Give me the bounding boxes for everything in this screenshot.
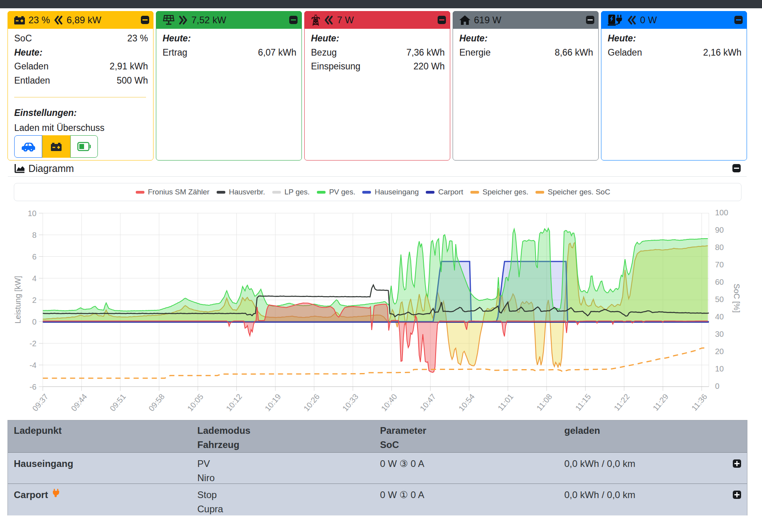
- svg-text:10:54: 10:54: [457, 392, 476, 413]
- svg-text:10:19: 10:19: [263, 392, 283, 413]
- svg-text:80: 80: [715, 243, 724, 252]
- svg-text:30: 30: [715, 330, 724, 338]
- svg-text:0: 0: [715, 382, 719, 390]
- svg-text:2: 2: [32, 296, 36, 304]
- svg-text:10:26: 10:26: [302, 392, 321, 413]
- svg-text:-2: -2: [30, 339, 37, 348]
- svg-text:11:36: 11:36: [690, 392, 709, 412]
- svg-text:8: 8: [32, 231, 36, 239]
- svg-text:4: 4: [32, 274, 36, 283]
- svg-text:0: 0: [32, 317, 36, 326]
- svg-text:Leistung [kW]: Leistung [kW]: [13, 276, 22, 323]
- svg-text:SoC [%]: SoC [%]: [732, 284, 741, 312]
- svg-text:50: 50: [715, 295, 724, 304]
- svg-text:10:47: 10:47: [418, 392, 438, 413]
- svg-text:10:05: 10:05: [185, 392, 205, 413]
- svg-text:6: 6: [32, 252, 36, 261]
- svg-text:-6: -6: [30, 383, 37, 391]
- svg-text:20: 20: [715, 347, 724, 356]
- svg-text:11:08: 11:08: [535, 392, 554, 412]
- svg-text:11:15: 11:15: [573, 392, 592, 412]
- svg-text:10:40: 10:40: [379, 392, 399, 413]
- svg-text:100: 100: [715, 208, 728, 217]
- svg-text:-4: -4: [30, 361, 37, 370]
- svg-text:09:37: 09:37: [31, 392, 50, 413]
- svg-text:11:22: 11:22: [612, 392, 631, 412]
- svg-text:10: 10: [28, 209, 36, 218]
- svg-text:60: 60: [715, 278, 724, 286]
- svg-text:10:12: 10:12: [225, 392, 244, 413]
- svg-text:09:44: 09:44: [69, 392, 89, 413]
- svg-text:10:33: 10:33: [341, 392, 360, 413]
- svg-text:11:29: 11:29: [651, 392, 670, 412]
- svg-text:70: 70: [715, 260, 724, 269]
- svg-text:09:58: 09:58: [147, 392, 166, 413]
- svg-text:09:51: 09:51: [108, 392, 127, 413]
- svg-text:90: 90: [715, 226, 724, 234]
- svg-text:10: 10: [715, 364, 724, 373]
- svg-text:11:01: 11:01: [496, 392, 515, 412]
- svg-text:40: 40: [715, 312, 724, 321]
